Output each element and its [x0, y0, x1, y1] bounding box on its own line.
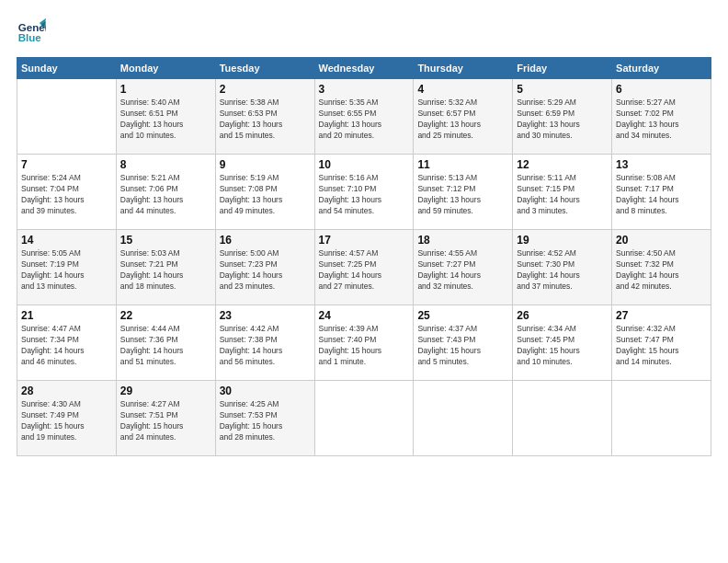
calendar-cell: 21Sunrise: 4:47 AM Sunset: 7:34 PM Dayli…	[17, 305, 117, 381]
calendar-cell: 1Sunrise: 5:40 AM Sunset: 6:51 PM Daylig…	[116, 79, 215, 155]
calendar-cell: 24Sunrise: 4:39 AM Sunset: 7:40 PM Dayli…	[314, 305, 414, 381]
calendar-cell: 2Sunrise: 5:38 AM Sunset: 6:53 PM Daylig…	[215, 79, 314, 155]
day-info: Sunrise: 5:27 AM Sunset: 7:02 PM Dayligh…	[616, 98, 707, 142]
day-info: Sunrise: 5:16 AM Sunset: 7:10 PM Dayligh…	[319, 173, 410, 217]
day-number: 29	[120, 385, 211, 397]
day-number: 25	[417, 309, 508, 322]
day-info: Sunrise: 5:03 AM Sunset: 7:21 PM Dayligh…	[120, 248, 211, 293]
weekday-header-saturday: Saturday	[612, 58, 711, 79]
day-info: Sunrise: 5:11 AM Sunset: 7:15 PM Dayligh…	[517, 173, 608, 217]
day-number: 10	[319, 158, 410, 171]
calendar-cell: 30Sunrise: 4:25 AM Sunset: 7:53 PM Dayli…	[215, 381, 314, 456]
day-info: Sunrise: 4:30 AM Sunset: 7:49 PM Dayligh…	[21, 399, 112, 443]
day-info: Sunrise: 5:19 AM Sunset: 7:08 PM Dayligh…	[220, 173, 311, 217]
day-number: 13	[616, 158, 707, 171]
day-info: Sunrise: 5:13 AM Sunset: 7:12 PM Dayligh…	[417, 173, 508, 217]
calendar-cell: 26Sunrise: 4:34 AM Sunset: 7:45 PM Dayli…	[513, 305, 612, 381]
day-info: Sunrise: 5:00 AM Sunset: 7:23 PM Dayligh…	[220, 248, 311, 293]
day-info: Sunrise: 4:42 AM Sunset: 7:38 PM Dayligh…	[220, 324, 311, 368]
day-number: 30	[220, 385, 311, 397]
calendar-cell: 4Sunrise: 5:32 AM Sunset: 6:57 PM Daylig…	[414, 79, 513, 155]
weekday-header-sunday: Sunday	[17, 58, 117, 79]
day-number: 28	[21, 385, 112, 397]
calendar-cell: 3Sunrise: 5:35 AM Sunset: 6:55 PM Daylig…	[314, 79, 414, 155]
calendar-cell: 7Sunrise: 5:24 AM Sunset: 7:04 PM Daylig…	[17, 155, 117, 230]
day-number: 6	[616, 83, 707, 96]
day-number: 23	[220, 309, 311, 322]
day-number: 3	[319, 83, 410, 96]
day-number: 22	[120, 309, 211, 322]
calendar-cell: 14Sunrise: 5:05 AM Sunset: 7:19 PM Dayli…	[17, 230, 117, 305]
calendar-week-2: 7Sunrise: 5:24 AM Sunset: 7:04 PM Daylig…	[17, 155, 711, 230]
day-info: Sunrise: 5:24 AM Sunset: 7:04 PM Dayligh…	[21, 173, 112, 217]
calendar-week-5: 28Sunrise: 4:30 AM Sunset: 7:49 PM Dayli…	[17, 381, 711, 456]
day-number: 1	[120, 83, 211, 96]
day-info: Sunrise: 5:08 AM Sunset: 7:17 PM Dayligh…	[616, 173, 707, 217]
calendar-week-3: 14Sunrise: 5:05 AM Sunset: 7:19 PM Dayli…	[17, 230, 711, 305]
calendar-table: SundayMondayTuesdayWednesdayThursdayFrid…	[17, 57, 711, 456]
day-info: Sunrise: 4:39 AM Sunset: 7:40 PM Dayligh…	[319, 324, 410, 368]
calendar-cell: 22Sunrise: 4:44 AM Sunset: 7:36 PM Dayli…	[116, 305, 215, 381]
day-number: 11	[417, 158, 508, 171]
calendar-cell	[612, 381, 711, 456]
day-number: 12	[517, 158, 608, 171]
day-info: Sunrise: 4:52 AM Sunset: 7:30 PM Dayligh…	[517, 248, 608, 293]
calendar-cell: 5Sunrise: 5:29 AM Sunset: 6:59 PM Daylig…	[513, 79, 612, 155]
day-info: Sunrise: 5:35 AM Sunset: 6:55 PM Dayligh…	[319, 98, 410, 142]
calendar-cell: 28Sunrise: 4:30 AM Sunset: 7:49 PM Dayli…	[17, 381, 117, 456]
day-info: Sunrise: 5:40 AM Sunset: 6:51 PM Dayligh…	[120, 98, 211, 142]
day-number: 24	[319, 309, 410, 322]
calendar-cell: 29Sunrise: 4:27 AM Sunset: 7:51 PM Dayli…	[116, 381, 215, 456]
weekday-header-tuesday: Tuesday	[215, 58, 314, 79]
day-info: Sunrise: 4:47 AM Sunset: 7:34 PM Dayligh…	[21, 324, 112, 368]
day-info: Sunrise: 5:05 AM Sunset: 7:19 PM Dayligh…	[21, 248, 112, 293]
calendar-cell: 11Sunrise: 5:13 AM Sunset: 7:12 PM Dayli…	[414, 155, 513, 230]
day-number: 4	[417, 83, 508, 96]
day-number: 19	[517, 234, 608, 247]
day-number: 14	[21, 234, 112, 247]
weekday-header-row: SundayMondayTuesdayWednesdayThursdayFrid…	[17, 58, 711, 79]
day-info: Sunrise: 4:50 AM Sunset: 7:32 PM Dayligh…	[616, 248, 707, 293]
calendar-cell: 17Sunrise: 4:57 AM Sunset: 7:25 PM Dayli…	[314, 230, 414, 305]
day-number: 20	[616, 234, 707, 247]
calendar-cell	[414, 381, 513, 456]
calendar-cell: 9Sunrise: 5:19 AM Sunset: 7:08 PM Daylig…	[215, 155, 314, 230]
day-info: Sunrise: 4:37 AM Sunset: 7:43 PM Dayligh…	[417, 324, 508, 368]
day-number: 8	[120, 158, 211, 171]
calendar-cell	[513, 381, 612, 456]
calendar-cell: 8Sunrise: 5:21 AM Sunset: 7:06 PM Daylig…	[116, 155, 215, 230]
calendar-week-1: 1Sunrise: 5:40 AM Sunset: 6:51 PM Daylig…	[17, 79, 711, 155]
day-info: Sunrise: 4:27 AM Sunset: 7:51 PM Dayligh…	[120, 399, 211, 443]
logo: General Blue	[17, 17, 50, 46]
day-info: Sunrise: 4:57 AM Sunset: 7:25 PM Dayligh…	[319, 248, 410, 293]
calendar-cell: 13Sunrise: 5:08 AM Sunset: 7:17 PM Dayli…	[612, 155, 711, 230]
day-number: 16	[220, 234, 311, 247]
day-number: 9	[220, 158, 311, 171]
day-info: Sunrise: 5:32 AM Sunset: 6:57 PM Dayligh…	[417, 98, 508, 142]
calendar-cell	[314, 381, 414, 456]
page-header: General Blue	[17, 17, 711, 46]
day-info: Sunrise: 4:55 AM Sunset: 7:27 PM Dayligh…	[417, 248, 508, 293]
svg-text:Blue: Blue	[18, 32, 42, 43]
calendar-cell	[17, 79, 117, 155]
day-number: 26	[517, 309, 608, 322]
day-number: 7	[21, 158, 112, 171]
day-number: 27	[616, 309, 707, 322]
calendar-cell: 10Sunrise: 5:16 AM Sunset: 7:10 PM Dayli…	[314, 155, 414, 230]
day-number: 2	[220, 83, 311, 96]
logo-icon: General Blue	[17, 17, 46, 46]
day-info: Sunrise: 4:25 AM Sunset: 7:53 PM Dayligh…	[220, 399, 311, 443]
day-number: 18	[417, 234, 508, 247]
day-info: Sunrise: 4:32 AM Sunset: 7:47 PM Dayligh…	[616, 324, 707, 368]
weekday-header-wednesday: Wednesday	[314, 58, 414, 79]
weekday-header-monday: Monday	[116, 58, 215, 79]
calendar-cell: 18Sunrise: 4:55 AM Sunset: 7:27 PM Dayli…	[414, 230, 513, 305]
calendar-cell: 23Sunrise: 4:42 AM Sunset: 7:38 PM Dayli…	[215, 305, 314, 381]
day-info: Sunrise: 4:34 AM Sunset: 7:45 PM Dayligh…	[517, 324, 608, 368]
weekday-header-friday: Friday	[513, 58, 612, 79]
day-info: Sunrise: 5:38 AM Sunset: 6:53 PM Dayligh…	[220, 98, 311, 142]
calendar-cell: 12Sunrise: 5:11 AM Sunset: 7:15 PM Dayli…	[513, 155, 612, 230]
calendar-cell: 27Sunrise: 4:32 AM Sunset: 7:47 PM Dayli…	[612, 305, 711, 381]
day-number: 5	[517, 83, 608, 96]
calendar-cell: 16Sunrise: 5:00 AM Sunset: 7:23 PM Dayli…	[215, 230, 314, 305]
